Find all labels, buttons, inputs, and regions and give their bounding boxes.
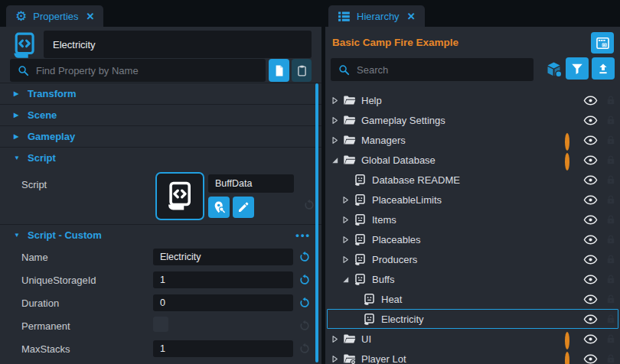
hierarchy-panel: Basic Camp Fire Example Help [325, 27, 620, 364]
visibility-eye-icon[interactable] [583, 133, 598, 148]
name-value-field[interactable] [153, 249, 293, 265]
tree-row-ui[interactable]: UI [325, 329, 620, 349]
tab-hierarchy[interactable]: Hierarchy ✕ [328, 5, 425, 27]
lock-icon[interactable] [605, 154, 616, 165]
section-transform[interactable]: ▶ Transform [0, 83, 321, 104]
lock-icon[interactable] [605, 274, 616, 284]
lock-icon[interactable] [605, 174, 616, 185]
tree-row-database-readme[interactable]: Database README [325, 170, 620, 190]
tree-row-items[interactable]: Items [325, 210, 620, 229]
visibility-eye-icon[interactable] [583, 173, 598, 187]
expand-chevron-icon[interactable] [340, 214, 351, 226]
lock-icon[interactable] [605, 333, 616, 344]
close-icon[interactable]: ✕ [86, 11, 95, 22]
lock-icon[interactable] [605, 254, 616, 265]
visibility-eye-icon[interactable] [583, 213, 598, 227]
property-search-box[interactable] [10, 59, 266, 82]
uniquestorageid-value-field[interactable] [153, 271, 293, 288]
reset-icon[interactable] [299, 343, 311, 355]
property-row-name: Name [0, 245, 321, 268]
expand-chevron-icon[interactable] [329, 135, 341, 146]
lock-icon[interactable] [605, 135, 616, 145]
filter-button[interactable] [566, 57, 589, 80]
publish-upload-button[interactable] [592, 57, 615, 80]
section-script-custom[interactable]: ▼ Script - Custom ••• [0, 224, 321, 245]
tree-row-managers[interactable]: Managers [325, 130, 620, 150]
upload-arrow-icon [596, 62, 610, 76]
hierarchy-search-input[interactable] [357, 64, 527, 76]
visibility-eye-icon[interactable] [583, 232, 598, 247]
paste-properties-button[interactable] [292, 59, 312, 82]
edit-script-button[interactable] [233, 197, 254, 218]
visibility-eye-icon[interactable] [583, 272, 598, 287]
section-scene[interactable]: ▶ Scene [0, 104, 321, 125]
lock-icon[interactable] [605, 115, 616, 125]
expand-chevron-icon[interactable] [340, 234, 351, 245]
more-options-icon[interactable]: ••• [295, 229, 311, 241]
expand-chevron-icon[interactable] [329, 95, 341, 106]
script-object-icon [354, 233, 367, 246]
property-search-input[interactable] [36, 65, 259, 76]
find-asset-button[interactable] [208, 197, 230, 218]
tree-row-producers[interactable]: Producers [325, 249, 620, 269]
tree-row-help[interactable]: Help [325, 90, 620, 110]
lock-icon[interactable] [605, 214, 616, 225]
reset-icon[interactable] [303, 199, 315, 211]
tree-row-player-lot[interactable]: Player Lot [325, 349, 620, 364]
object-name-field[interactable] [44, 31, 312, 58]
maxstacks-value-field[interactable] [153, 340, 293, 357]
folder-icon [343, 333, 356, 346]
hierarchy-search-box[interactable] [331, 58, 534, 81]
clipboard-icon [295, 64, 308, 77]
collapse-chevron-icon[interactable] [340, 274, 351, 285]
visibility-eye-icon[interactable] [583, 93, 598, 108]
tree-row-global-database[interactable]: Global Database [325, 150, 620, 170]
scene-settings-button[interactable] [591, 32, 614, 54]
reset-icon[interactable] [299, 297, 311, 309]
reset-icon[interactable] [299, 251, 311, 263]
visibility-eye-icon[interactable] [583, 153, 598, 167]
tree-row-gameplay-settings[interactable]: Gameplay Settings [325, 110, 620, 130]
lock-icon[interactable] [605, 353, 616, 364]
expand-chevron-icon[interactable] [329, 115, 341, 126]
group-objects-cube-icon[interactable] [545, 60, 563, 79]
reset-icon[interactable] [299, 274, 311, 286]
reset-icon[interactable] [299, 320, 311, 332]
tree-row-buffs[interactable]: Buffs [325, 269, 620, 289]
tree-row-heat[interactable]: Heat [325, 289, 620, 309]
tree-row-label: Global Database [361, 154, 565, 166]
lock-icon[interactable] [605, 234, 616, 245]
tab-properties[interactable]: ⚙ Properties ✕ [6, 5, 103, 27]
visibility-eye-icon[interactable] [583, 352, 598, 364]
section-script[interactable]: ▼ Script [0, 147, 321, 168]
collapse-chevron-icon[interactable] [329, 154, 341, 166]
editor-window: ⚙ Properties ✕ Hierarchy ✕ ▶ Transform [0, 0, 620, 364]
folder-icon [343, 114, 356, 127]
lock-icon[interactable] [605, 194, 616, 205]
visibility-eye-icon[interactable] [583, 113, 598, 128]
tree-row-electricity-selected[interactable]: Electricity [325, 309, 620, 329]
section-gameplay[interactable]: ▶ Gameplay [0, 125, 321, 147]
expand-chevron-icon[interactable] [329, 353, 341, 364]
duration-value-field[interactable] [153, 294, 293, 311]
visibility-eye-icon[interactable] [583, 292, 598, 307]
copy-properties-button[interactable] [269, 59, 289, 82]
lock-icon[interactable] [605, 95, 616, 106]
tree-row-placeables[interactable]: Placeables [325, 229, 620, 249]
expand-chevron-icon[interactable] [340, 194, 351, 206]
expand-chevron-icon[interactable] [329, 333, 341, 345]
section-script-label: Script [28, 152, 56, 164]
visibility-eye-icon[interactable] [583, 332, 598, 346]
lock-icon[interactable] [605, 314, 616, 324]
properties-scrollbar[interactable] [315, 83, 318, 362]
close-icon[interactable]: ✕ [407, 11, 416, 22]
visibility-eye-icon[interactable] [583, 252, 598, 267]
permanent-checkbox[interactable] [153, 317, 168, 332]
visibility-eye-icon[interactable] [583, 312, 598, 327]
visibility-eye-icon[interactable] [583, 193, 598, 207]
script-asset-slot[interactable] [155, 172, 204, 220]
script-asset-name-field[interactable] [208, 174, 294, 193]
tree-row-placeablelimits[interactable]: PlaceableLimits [325, 190, 620, 210]
expand-chevron-icon[interactable] [340, 254, 351, 265]
lock-icon[interactable] [605, 294, 616, 304]
